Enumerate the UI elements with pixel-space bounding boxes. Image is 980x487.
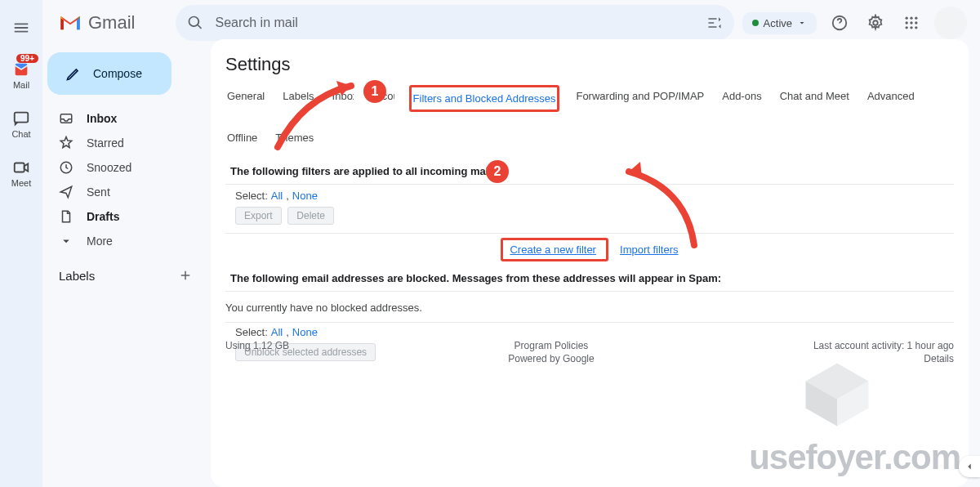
search-bar[interactable] <box>176 5 733 41</box>
svg-point-5 <box>910 17 912 20</box>
export-button: Export <box>235 207 282 225</box>
status-chip[interactable]: Active <box>742 12 817 34</box>
drafts-label: Drafts <box>87 210 119 223</box>
tab-forwarding[interactable]: Forwarding and POP/IMAP <box>574 85 706 112</box>
search-input[interactable] <box>215 16 694 30</box>
footer-usage: Using 1.12 GB <box>225 340 289 364</box>
filter-actions: Create a new filter Import filters <box>225 234 954 266</box>
chevron-down-icon <box>59 234 74 248</box>
starred-label: Starred <box>87 136 124 150</box>
pencil-icon <box>65 65 82 82</box>
svg-rect-1 <box>15 163 24 172</box>
tab-addons[interactable]: Add-ons <box>720 85 763 112</box>
labels-heading-text: Labels <box>59 269 95 283</box>
sidebar-item-starred[interactable]: Starred <box>47 131 204 155</box>
plus-icon[interactable] <box>178 268 193 283</box>
sidebar-item-drafts[interactable]: Drafts <box>47 204 204 229</box>
snoozed-label: Snoozed <box>87 161 131 174</box>
clock-icon <box>59 160 74 175</box>
rail-chat-label: Chat <box>11 129 30 139</box>
settings-icon[interactable] <box>862 10 889 36</box>
select-label-2: Select: <box>235 326 268 338</box>
tab-chat[interactable]: Chat and Meet <box>778 85 851 112</box>
inbox-label: Inbox <box>87 112 117 125</box>
no-blocked-text: You currently have no blocked addresses. <box>225 293 954 323</box>
filters-heading: The following filters are applied to all… <box>225 159 954 182</box>
app-rail: 99+ Mail Chat Meet <box>0 0 42 487</box>
svg-point-4 <box>906 17 908 20</box>
search-options-icon[interactable] <box>706 15 723 31</box>
svg-point-7 <box>906 21 908 24</box>
search-icon <box>187 15 203 31</box>
select-none-link-2[interactable]: None <box>292 326 318 338</box>
rail-meet-label: Meet <box>11 178 31 188</box>
sent-label: Sent <box>87 185 110 199</box>
tab-offline[interactable]: Offline <box>225 127 259 149</box>
rail-mail[interactable]: 99+ Mail <box>12 60 30 90</box>
sidebar-item-sent[interactable]: Sent <box>47 180 204 204</box>
svg-point-9 <box>915 21 917 24</box>
callout-1: 1 <box>363 80 386 103</box>
footer-policies[interactable]: Program Policies <box>508 340 594 351</box>
create-filter-link[interactable]: Create a new filter <box>510 244 596 256</box>
compose-button[interactable]: Compose <box>47 52 172 95</box>
tab-general[interactable]: General <box>225 85 266 112</box>
svg-point-8 <box>910 21 912 24</box>
chevron-down-icon <box>797 18 807 28</box>
footer-powered: Powered by Google <box>508 353 594 364</box>
select-none-link[interactable]: None <box>292 190 318 202</box>
settings-tabs: General Labels Inbox Accounts Filters an… <box>225 85 954 149</box>
labels-heading: Labels <box>47 253 204 288</box>
inbox-icon <box>59 111 74 126</box>
mail-badge: 99+ <box>16 54 38 63</box>
apps-icon[interactable] <box>898 10 924 36</box>
more-label: More <box>87 235 113 248</box>
rail-mail-label: Mail <box>13 80 29 90</box>
rail-chat[interactable]: Chat <box>11 109 30 139</box>
page-title: Settings <box>225 54 954 75</box>
svg-point-6 <box>915 17 917 20</box>
svg-point-3 <box>873 20 878 25</box>
rail-meet[interactable]: Meet <box>11 159 31 188</box>
filters-section: Select: All, None Export Delete <box>225 186 954 234</box>
brand-text: Gmail <box>88 12 135 34</box>
import-filters-link[interactable]: Import filters <box>620 244 679 256</box>
side-panel-toggle[interactable] <box>959 456 980 477</box>
svg-point-12 <box>915 26 917 29</box>
sidebar: Compose Inbox Starred Snoozed Sent Draft… <box>42 46 211 487</box>
support-icon[interactable] <box>826 10 853 36</box>
tab-advanced[interactable]: Advanced <box>866 85 916 112</box>
watermark-text: usefoyer.com <box>749 438 960 477</box>
blocked-heading: The following email addresses are blocke… <box>225 266 954 289</box>
send-icon <box>59 185 74 199</box>
tab-labels[interactable]: Labels <box>281 85 315 112</box>
svg-point-11 <box>910 26 912 29</box>
chevron-left-icon <box>964 461 975 472</box>
select-all-link[interactable]: All <box>271 190 283 202</box>
file-icon <box>59 209 74 224</box>
compose-label: Compose <box>93 67 142 80</box>
account-avatar[interactable] <box>934 7 967 39</box>
select-label: Select: <box>235 190 268 202</box>
sidebar-item-snoozed[interactable]: Snoozed <box>47 155 204 180</box>
tab-inbox[interactable]: Inbox <box>331 85 354 112</box>
header-right: Active <box>742 7 967 39</box>
status-label: Active <box>764 17 792 29</box>
select-all-link-2[interactable]: All <box>271 326 283 338</box>
sidebar-item-inbox[interactable]: Inbox <box>47 106 204 131</box>
star-icon <box>59 136 74 150</box>
delete-button: Delete <box>287 207 334 225</box>
gmail-logo-icon <box>59 14 82 32</box>
main-menu-icon[interactable] <box>8 15 34 41</box>
svg-rect-0 <box>15 113 29 123</box>
status-dot-icon <box>752 20 759 26</box>
watermark-cube-icon <box>792 350 882 440</box>
sidebar-item-more[interactable]: More <box>47 229 204 253</box>
brand[interactable]: Gmail <box>59 12 135 34</box>
tab-filters[interactable]: Filters and Blocked Addresses <box>409 85 560 112</box>
svg-point-10 <box>906 26 908 29</box>
tab-themes[interactable]: Themes <box>274 127 315 149</box>
callout-2: 2 <box>486 160 509 183</box>
